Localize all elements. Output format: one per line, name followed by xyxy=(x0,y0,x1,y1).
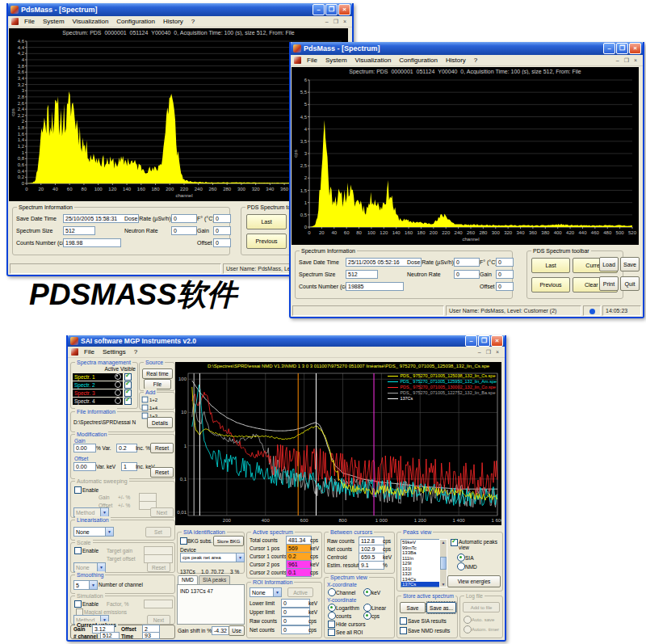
channel-radio[interactable] xyxy=(328,588,336,596)
menu-item-visualization[interactable]: Visualization xyxy=(69,18,113,25)
gain-inc-field[interactable]: 0.2 xyxy=(116,444,137,452)
device-combo[interactable]: cps peak net area▼ xyxy=(180,553,245,562)
active-radio[interactable] xyxy=(115,389,121,396)
roi-lower-field[interactable]: 0 xyxy=(281,599,310,608)
save-nmd-results-checkbox[interactable] xyxy=(400,627,407,634)
minimize-button[interactable]: – xyxy=(313,4,325,15)
counts-radio[interactable] xyxy=(328,612,336,620)
save-sia-results-checkbox[interactable] xyxy=(400,617,407,625)
dose-rate-field[interactable]: 0 xyxy=(454,258,480,267)
offset-inc-field[interactable]: 1 xyxy=(121,462,137,471)
peak-item-137cs[interactable]: 137Cs xyxy=(401,582,440,587)
bkg-subs-checkbox[interactable] xyxy=(180,537,187,545)
store-bkg-button[interactable]: Store BKG xyxy=(213,536,244,546)
neutron-rate-field[interactable]: 0 xyxy=(171,226,197,235)
restore-button[interactable]: ❐ xyxy=(325,4,338,15)
menu-item-configuration[interactable]: Configuration xyxy=(112,18,159,25)
menu-item-file[interactable]: File xyxy=(80,348,99,356)
linear-radio[interactable] xyxy=(363,604,371,612)
menu-item-file[interactable]: File xyxy=(20,18,39,25)
nmd-radio[interactable] xyxy=(457,562,465,570)
sweeping-enable-checkbox[interactable] xyxy=(74,486,82,494)
titlebar[interactable]: SAI software MGP Instruments v2.0 –❐× xyxy=(68,335,505,347)
last-button[interactable]: Last xyxy=(246,214,287,229)
titlebar[interactable]: PdsMass - [Spectrum] –❐× xyxy=(8,3,352,16)
cps-radio[interactable] xyxy=(363,612,371,620)
close-button[interactable]: × xyxy=(629,43,641,54)
spectrum-size-field[interactable]: 512 xyxy=(346,270,378,279)
see-all-roi-checkbox[interactable] xyxy=(328,629,335,636)
roi-combo[interactable]: None▼ xyxy=(250,587,282,597)
counts-field[interactable]: 198.98 xyxy=(63,238,121,247)
gain-reset-button[interactable]: Reset xyxy=(150,443,174,453)
last-button[interactable]: Last xyxy=(531,258,570,273)
add-checkbox-1-4[interactable] xyxy=(142,405,149,411)
dose-rate-field[interactable]: 0 xyxy=(171,214,197,223)
restore-button[interactable]: ❐ xyxy=(616,43,628,54)
multi-spectrum-plot[interactable]: D:\Spectres\SPRD\essai NMD V1.3\NMD 1 3 … xyxy=(175,362,501,525)
offset-reset-button[interactable]: Reset xyxy=(150,467,174,478)
store-save-button[interactable]: Save xyxy=(400,602,426,613)
sia-radio[interactable] xyxy=(457,554,465,562)
mdi-window-controls[interactable]: – ❐ × xyxy=(616,57,641,64)
menu-item--[interactable]: ? xyxy=(470,57,481,64)
offset-spinner[interactable]: 0.00 xyxy=(73,462,96,471)
temperature-field[interactable]: 0 xyxy=(213,214,231,223)
temperature-field[interactable]: 0 xyxy=(496,258,514,267)
menu-item-settings[interactable]: Settings xyxy=(99,348,130,356)
close-button[interactable]: × xyxy=(338,4,350,15)
neutron-rate-field[interactable]: 0 xyxy=(454,270,480,279)
gain-field[interactable]: 0 xyxy=(496,270,514,279)
offset-field[interactable]: 0 xyxy=(496,282,514,291)
mdi-window-controls[interactable]: – ❐ × xyxy=(478,349,503,356)
menu-item-history[interactable]: History xyxy=(159,18,187,25)
view-energies-button[interactable]: View energies xyxy=(447,575,501,587)
logarithm-radio[interactable] xyxy=(328,604,336,612)
linearisation-combo[interactable]: None▼ xyxy=(73,527,114,537)
hide-cursors-checkbox[interactable] xyxy=(328,621,335,628)
mdi-window-controls[interactable]: – ❐ × xyxy=(325,19,350,25)
tab-nmd[interactable]: NMD xyxy=(178,575,198,584)
use-button[interactable]: Use xyxy=(229,625,245,636)
save-button[interactable]: Save xyxy=(620,257,640,271)
simulation-enable-checkbox[interactable] xyxy=(74,600,82,608)
load-button[interactable]: Load xyxy=(599,257,619,271)
menu-item-file[interactable]: File xyxy=(303,57,321,64)
add-checkbox-1-2[interactable] xyxy=(142,397,149,403)
store-save-as-button[interactable]: Save as... xyxy=(426,602,456,613)
automatic-peaks-checkbox[interactable] xyxy=(451,539,458,546)
close-button[interactable]: × xyxy=(491,335,503,347)
print-button[interactable]: Print xyxy=(599,276,619,291)
smoothing-combo[interactable]: 5▼ xyxy=(73,580,98,590)
tab-sia-peaks[interactable]: SIA peaks xyxy=(199,575,230,584)
menu-item-system[interactable]: System xyxy=(321,57,351,64)
menu-item-configuration[interactable]: Configuration xyxy=(395,57,442,64)
gain-spinner[interactable]: 0.00 xyxy=(73,444,96,452)
menu-item-system[interactable]: System xyxy=(39,18,69,25)
active-radio[interactable] xyxy=(115,381,121,388)
details-button[interactable]: Details xyxy=(147,417,173,428)
spectrum-size-field[interactable]: 512 xyxy=(63,226,95,235)
previous-button[interactable]: Previous xyxy=(246,234,287,249)
minimize-button[interactable]: – xyxy=(465,335,477,347)
gain-field[interactable]: 0 xyxy=(213,226,231,235)
visible-checkbox[interactable] xyxy=(124,398,132,405)
minimize-button[interactable]: – xyxy=(603,43,615,54)
menu-item-history[interactable]: History xyxy=(442,57,470,64)
quit-button[interactable]: Quit xyxy=(620,276,640,291)
menu-item--[interactable]: ? xyxy=(187,18,199,25)
real-time-button[interactable]: Real time xyxy=(142,368,173,379)
active-radio[interactable] xyxy=(115,398,121,404)
peaks-listbox[interactable]: 59keV99mTc133Ba111In129I131I132I134Cs137… xyxy=(401,539,441,587)
scale-enable-checkbox[interactable] xyxy=(74,547,82,554)
titlebar[interactable]: PdsMass - [Spectrum] –❐× xyxy=(291,42,643,55)
peaks-scrollbar[interactable]: ▲▼ xyxy=(439,539,447,587)
active-radio[interactable] xyxy=(115,373,121,380)
counts-field[interactable]: 19885 xyxy=(346,282,404,291)
roi-upper-field[interactable]: 0 xyxy=(281,608,310,617)
previous-button[interactable]: Previous xyxy=(531,277,570,293)
offset-field[interactable]: 0 xyxy=(213,238,231,247)
menu-item-visualization[interactable]: Visualization xyxy=(351,57,396,64)
kev-radio[interactable] xyxy=(363,588,371,596)
restore-button[interactable]: ❐ xyxy=(478,335,490,347)
